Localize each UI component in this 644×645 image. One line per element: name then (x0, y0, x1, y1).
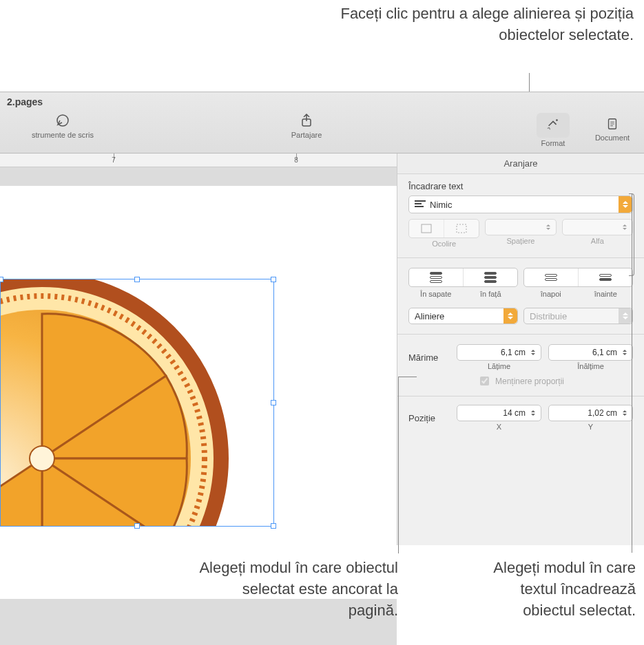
y-label: Y (548, 423, 633, 431)
resize-handle-bm[interactable] (134, 523, 140, 529)
format-tab-label: Format (541, 139, 565, 147)
size-section-label: Mărime (408, 352, 450, 363)
width-value: 6,1 cm (501, 348, 526, 357)
width-label: Lățime (457, 362, 541, 370)
alpha-label: Alfa (562, 237, 633, 245)
image-content (1, 279, 273, 526)
svg-point-2 (556, 119, 558, 121)
layer-back-front-segment[interactable] (408, 268, 518, 287)
ruler-tick-8: 8 (294, 156, 298, 164)
ruler: 7 8 (0, 154, 397, 167)
constrain-checkbox-input[interactable] (480, 377, 489, 385)
x-value: 14 cm (503, 408, 526, 418)
constrain-label: Menținere proporții (495, 377, 564, 386)
layer-backward-forward-segment[interactable] (523, 268, 633, 287)
text-wrap-popup[interactable]: Nimic (408, 195, 633, 213)
callout-bottom-left: Alegeți modul în care obiectul selectat … (191, 558, 398, 621)
text-fit-label: Ocolire (408, 240, 479, 248)
width-stepper[interactable]: 6,1 cm (457, 344, 541, 361)
position-section-label: Poziție (408, 413, 450, 423)
document-title: 2.pages (7, 96, 43, 107)
inspector-tab-arrange-label: Aranjare (503, 158, 537, 169)
svg-rect-8 (422, 224, 431, 233)
x-label: X (457, 423, 541, 431)
layer-backward-label: înapoi (523, 290, 579, 298)
svg-rect-9 (457, 224, 466, 233)
document-tab-label: Document (595, 134, 630, 142)
alpha-stepper[interactable] (562, 219, 633, 235)
callout-top: Faceți clic pentru a alege alinierea și … (331, 3, 634, 46)
resize-handle-tm[interactable] (134, 277, 140, 282)
wrap-none-icon (415, 200, 426, 209)
callout-bottom-right: Alegeți modul în care textul încadrează … (491, 558, 636, 621)
titlebar: 2.pages strumente de scris Partajare For… (0, 92, 644, 154)
align-popup[interactable]: Aliniere (408, 308, 518, 324)
distribute-popup[interactable]: Distribuie (523, 308, 633, 324)
layer-back-label: În sapate (408, 290, 464, 298)
height-label: Înălțime (548, 362, 633, 370)
bring-forward-button[interactable] (579, 268, 632, 286)
writing-tools-label: strumente de scris (32, 131, 94, 139)
inspector-tab-arrange[interactable]: Aranjare (397, 154, 644, 174)
send-backward-button[interactable] (524, 268, 579, 286)
resize-handle-tl[interactable] (0, 277, 3, 282)
svg-point-7 (30, 446, 54, 471)
writing-tools-button[interactable]: strumente de scris (11, 113, 114, 139)
align-popup-label: Aliniere (415, 311, 444, 321)
leader-align-h (398, 377, 417, 377)
dropdown-arrow-icon (619, 308, 632, 324)
layer-forward-label: înainte (579, 290, 634, 298)
distribute-popup-label: Distribuie (530, 311, 567, 321)
ruler-tick-7: 7 (112, 156, 116, 164)
share-label: Partajare (291, 131, 322, 139)
spacing-label: Spațiere (485, 237, 556, 245)
height-stepper[interactable]: 6,1 cm (548, 344, 633, 361)
height-value: 6,1 cm (592, 348, 617, 357)
leader-wrap (632, 193, 632, 553)
send-to-back-button[interactable] (409, 268, 464, 286)
dropdown-arrow-icon (503, 308, 517, 324)
x-stepper[interactable]: 14 cm (457, 405, 541, 421)
text-fit-segment[interactable] (408, 219, 479, 238)
y-stepper[interactable]: 1,02 cm (548, 405, 633, 421)
y-value: 1,02 cm (588, 408, 617, 418)
selected-object[interactable] (0, 279, 274, 527)
resize-handle-mr[interactable] (271, 400, 276, 405)
text-wrap-label: Încadrare text (408, 181, 633, 191)
document-tab-button[interactable]: Document (585, 113, 640, 142)
constrain-proportions-checkbox[interactable]: Menținere proporții (408, 374, 633, 388)
inspector-panel: Aranjare Încadrare text Nimic Ocolire Sp… (397, 154, 644, 545)
spacing-stepper[interactable] (485, 219, 556, 235)
resize-handle-tr[interactable] (271, 277, 276, 282)
format-tab-button[interactable]: Format (526, 113, 581, 147)
leader-align (398, 377, 399, 553)
share-button[interactable]: Partajare (255, 113, 358, 139)
bring-to-front-button[interactable] (464, 268, 517, 286)
layer-front-label: în față (464, 290, 519, 298)
text-wrap-value: Nimic (430, 200, 453, 210)
resize-handle-br[interactable] (271, 523, 276, 529)
